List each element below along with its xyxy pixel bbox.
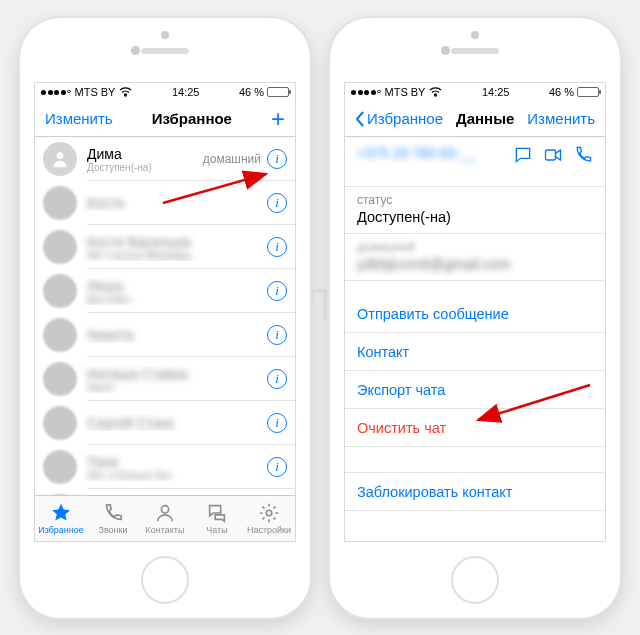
video-icon[interactable] [543,145,563,165]
action-clear-chat[interactable]: Очистить чат [345,409,605,447]
edit-button[interactable]: Изменить [45,110,113,127]
action-export-chat[interactable]: Экспорт чата [345,371,605,409]
contact-phone-blurred: +375 29 780-00-__ [357,145,476,186]
tab-label: Контакты [146,525,185,535]
back-button[interactable]: Избранное [355,110,443,127]
status-bar: MTS BY 14:25 46 % [345,83,605,101]
favorite-type: домашний [203,152,261,166]
tab-bar: Избранное Звонки Контакты Чаты Настройки [35,495,295,541]
phone-frame-right: MTS BY 14:25 46 % Избранное Данные Измен… [330,18,620,618]
favorite-subtitle: Доступен(-на) [87,162,203,173]
proximity-sensor [441,46,450,55]
proximity-sensor [131,46,140,55]
battery-pct-label: 46 % [549,86,574,98]
tab-settings[interactable]: Настройки [243,496,295,541]
chat-icon[interactable] [513,145,533,165]
nav-bar: Изменить Избранное + [35,101,295,137]
favorite-name: Леша [87,278,267,294]
info-icon[interactable]: i [267,457,287,477]
screen-left: MTS BY 14:25 46 % Изменить Избранное + Д… [34,82,296,542]
tab-chats[interactable]: Чаты [191,496,243,541]
favorite-name: Дима [87,146,203,162]
action-list: Отправить сообщение Контакт Экспорт чата… [345,295,605,511]
svg-point-1 [161,506,168,513]
favorite-row[interactable]: ЛешаДоступенi [35,269,295,313]
tab-calls[interactable]: Звонки [87,496,139,541]
page-title: Избранное [152,110,232,127]
wifi-icon [119,87,132,97]
avatar [43,274,77,308]
info-icon[interactable]: i [267,193,287,213]
home-button[interactable] [451,556,499,604]
action-block-contact[interactable]: Заблокировать контакт [345,473,605,511]
field-label-blurred: домашний [357,240,593,254]
call-icon[interactable] [573,145,593,165]
favorite-row[interactable]: ДимаДоступен(-на)домашнийi [35,137,295,181]
carrier-label: MTS BY [385,86,426,98]
carrier-label: MTS BY [75,86,116,98]
svg-point-2 [266,510,272,516]
avatar [43,186,77,220]
avatar [43,450,77,484]
info-icon[interactable]: i [267,369,287,389]
avatar [43,406,77,440]
battery-pct-label: 46 % [239,86,264,98]
favorites-list: ДимаДоступен(-на)домашнийiКостяiКостя Ва… [35,137,295,542]
front-camera [471,31,479,39]
wifi-icon [429,87,442,97]
favorite-name: Таня [87,454,267,470]
avatar [43,362,77,396]
favorite-row[interactable]: Сергей Стаксi [35,401,295,445]
phone-icon [102,502,124,524]
signal-dots-icon [351,90,381,95]
clock-label: 14:25 [172,86,200,98]
battery-icon [577,87,599,97]
star-icon [50,502,72,524]
clock-label: 14:25 [482,86,510,98]
chats-icon [206,502,228,524]
favorite-name: Сергей Стакс [87,415,267,431]
favorite-subtitle: Нет, я больше без [87,470,267,481]
action-send-message[interactable]: Отправить сообщение [345,295,605,333]
bezel-top [20,18,310,80]
info-icon[interactable]: i [267,149,287,169]
action-contact[interactable]: Контакт [345,333,605,371]
person-icon [154,502,176,524]
info-icon[interactable]: i [267,237,287,257]
edit-button[interactable]: Изменить [527,110,595,127]
info-icon[interactable]: i [267,281,287,301]
favorite-row[interactable]: Никитаi [35,313,295,357]
tab-label: Чаты [206,525,227,535]
tab-contacts[interactable]: Контакты [139,496,191,541]
status-group: статус Доступен(-на) [345,187,605,234]
field-group: домашний ydkbjicom9@gmail.com [345,234,605,281]
tab-label: Звонки [98,525,127,535]
field-value-blurred: ydkbjicom9@gmail.com [357,256,593,272]
favorite-name: Костя Васильев [87,234,267,250]
favorite-name: Костя [87,195,267,211]
favorite-row[interactable]: ТаняНет, я больше безi [35,445,295,489]
favorite-name: Никита [87,327,267,343]
favorite-name: Наташа Ставка [87,366,267,382]
info-icon[interactable]: i [267,413,287,433]
favorite-row[interactable]: Костяi [35,181,295,225]
status-bar: MTS BY 14:25 46 % [35,83,295,101]
favorite-row[interactable]: Костя ВасильевНет статуса WhatsAppi [35,225,295,269]
signal-dots-icon [41,90,71,95]
page-title: Данные [456,110,514,127]
earpiece-speaker [141,48,189,54]
favorite-subtitle: Нет статуса WhatsApp [87,250,267,261]
chevron-left-icon [355,111,365,127]
earpiece-speaker [451,48,499,54]
nav-bar: Избранное Данные Изменить [345,101,605,137]
home-button[interactable] [141,556,189,604]
bezel-top [330,18,620,80]
add-button[interactable]: + [271,109,285,129]
favorite-row[interactable]: Наташа СтавкаЗанятi [35,357,295,401]
status-value: Доступен(-на) [357,209,593,225]
action-separator [345,447,605,473]
info-icon[interactable]: i [267,325,287,345]
gear-icon [258,502,280,524]
tab-favorites[interactable]: Избранное [35,496,87,541]
svg-point-0 [57,152,64,159]
